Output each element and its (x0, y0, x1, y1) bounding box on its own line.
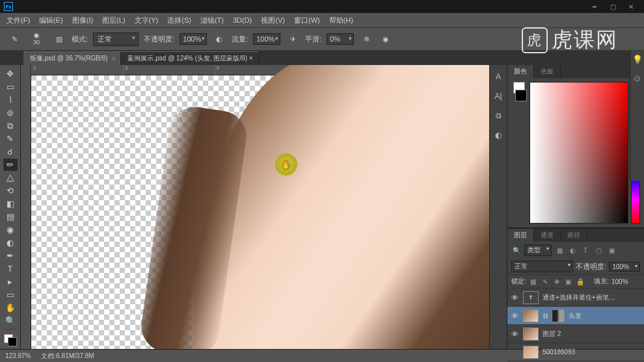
channels-tab[interactable]: 通道 (534, 229, 561, 242)
layer-row[interactable]: 👁 图层 2 (507, 325, 644, 343)
smooth-input[interactable]: 0% (327, 33, 354, 45)
fill-input[interactable]: 100% (611, 278, 640, 285)
swatches-tab[interactable]: 色板 (534, 65, 561, 78)
blend-mode-dropdown[interactable]: 正常 (93, 32, 139, 46)
lasso-tool[interactable]: ⌇ (3, 94, 18, 106)
dock-learn-icon[interactable]: 💡 (632, 55, 643, 64)
marquee-tool[interactable]: ▭ (3, 81, 18, 93)
lock-image-icon[interactable]: ✎ (541, 277, 550, 286)
quick-select-tool[interactable]: ⊚ (3, 107, 18, 119)
eyedropper-tool[interactable]: ✎ (3, 133, 18, 145)
opacity-input[interactable]: 100% (180, 33, 207, 45)
ruler-tick: 3 (123, 65, 215, 75)
menu-window[interactable]: 窗口(W) (290, 14, 324, 27)
brush-preset-picker[interactable]: 30 (26, 29, 47, 49)
menu-type[interactable]: 文字(Y) (131, 14, 163, 27)
lock-position-icon[interactable]: ✥ (552, 277, 561, 286)
ruler-vertical[interactable] (21, 65, 31, 349)
lock-all-icon[interactable]: 🔒 (576, 277, 585, 286)
mask-link-icon[interactable]: ⛓ (543, 313, 548, 319)
visibility-toggle-icon[interactable]: 👁 (510, 312, 519, 320)
dock-character-icon[interactable]: A (492, 70, 505, 83)
menu-3d[interactable]: 3D(D) (229, 14, 256, 26)
path-select-tool[interactable]: ▸ (3, 276, 18, 288)
layer-opacity-input[interactable]: 100% (609, 262, 640, 272)
healing-tool[interactable]: ☌ (3, 146, 18, 158)
paths-tab[interactable]: 路径 (561, 229, 587, 242)
menu-select[interactable]: 选择(S) (163, 14, 195, 27)
search-icon[interactable]: 🔍 (511, 245, 522, 255)
minimize-button[interactable]: ━ (585, 3, 604, 10)
smooth-options-icon[interactable]: ✲ (359, 32, 373, 46)
layer-row[interactable]: 👁 T 通道+选择并遮住+画笔… (507, 289, 644, 307)
layer-row[interactable]: 500186093 (507, 343, 644, 361)
visibility-toggle-icon[interactable]: 👁 (510, 330, 519, 338)
menu-layer[interactable]: 图层(L) (98, 14, 129, 27)
opacity-pressure-icon[interactable]: ◐ (212, 32, 226, 46)
filter-type-icon[interactable]: T (580, 245, 591, 255)
canvas[interactable]: ✋ (31, 75, 489, 349)
size-pressure-icon[interactable]: ◉ (379, 32, 393, 46)
stamp-tool[interactable]: ⧋ (3, 172, 18, 184)
airbrush-icon[interactable]: ✈ (286, 32, 300, 46)
hand-tool[interactable]: ✋ (3, 302, 18, 314)
main-area: ✥ ▭ ⌇ ⊚ ⧉ ✎ ☌ ✏ ⧋ ⟲ ◧ ▤ ◉ ◐ ✒ T ▸ ▭ ✋ 🔍 … (0, 65, 644, 349)
eraser-tool[interactable]: ◧ (3, 198, 18, 210)
layer-row[interactable]: 👁 ⛓ 头发 (507, 307, 644, 325)
filter-adjust-icon[interactable]: ◐ (567, 245, 578, 255)
brush-panel-toggle-icon[interactable]: ▧ (52, 32, 66, 46)
move-tool[interactable]: ✥ (3, 68, 18, 80)
layer-name[interactable]: 通道+选择并遮住+画笔… (543, 293, 641, 302)
shape-tool[interactable]: ▭ (3, 289, 18, 301)
menu-filter[interactable]: 滤镜(T) (196, 14, 228, 27)
maximize-button[interactable]: ▢ (604, 3, 622, 10)
blur-tool[interactable]: ◉ (3, 224, 18, 236)
tool-preset-picker[interactable]: ✎ (8, 32, 21, 45)
layer-mask-thumb[interactable] (552, 309, 565, 322)
color-tab[interactable]: 颜色 (507, 65, 534, 78)
history-brush-tool[interactable]: ⟲ (3, 185, 18, 197)
toolbox-divider (4, 329, 17, 330)
filter-pixel-icon[interactable]: ▦ (554, 245, 565, 255)
doc-tab-2[interactable]: 案例展示.psd @ 124% (头发, 图层蒙版/8) × (121, 51, 258, 65)
brush-cursor: ✋ (275, 153, 297, 175)
layers-tab[interactable]: 图层 (507, 229, 534, 242)
doc-tab-1[interactable]: 抠像.psd @ 36.7%(RGB/8) × (23, 51, 121, 65)
flow-input[interactable]: 100% (253, 33, 280, 45)
layer-name[interactable]: 图层 2 (543, 330, 641, 339)
gradient-tool[interactable]: ▤ (3, 211, 18, 223)
color-swatches[interactable] (4, 334, 17, 346)
lock-transparent-icon[interactable]: ▦ (529, 277, 538, 286)
background-swatch[interactable] (8, 337, 17, 346)
ruler-tick: 1 (31, 65, 123, 75)
menu-view[interactable]: 视图(V) (257, 14, 289, 27)
menu-edit[interactable]: 编辑(E) (35, 14, 67, 27)
dodge-tool[interactable]: ◐ (3, 237, 18, 249)
layer-blend-dropdown[interactable]: 正常 (511, 261, 573, 272)
layer-name[interactable]: 500186093 (543, 348, 641, 356)
filter-shape-icon[interactable]: ▢ (593, 245, 604, 255)
dock-brush-icon[interactable]: ⧉ (492, 109, 505, 122)
zoom-value[interactable]: 123.97% (5, 352, 31, 359)
dock-cc-icon[interactable]: ⊙ (634, 73, 641, 83)
crop-tool[interactable]: ⧉ (3, 120, 18, 132)
doc-info[interactable]: 文档:6.81M/37.8M (41, 352, 94, 361)
close-button[interactable]: ✕ (622, 3, 640, 10)
layer-name[interactable]: 头发 (569, 311, 641, 320)
type-tool[interactable]: T (3, 263, 18, 275)
bg-color-swatch[interactable] (515, 90, 527, 101)
menu-file[interactable]: 文件(F) (3, 14, 34, 27)
brush-tool[interactable]: ✏ (3, 159, 18, 171)
pen-tool[interactable]: ✒ (3, 250, 18, 262)
menu-help[interactable]: 帮助(H) (325, 14, 357, 27)
doc-tab-1-close-icon[interactable]: × (112, 55, 116, 62)
dock-paragraph-icon[interactable]: A| (492, 90, 505, 103)
zoom-tool[interactable]: 🔍 (3, 315, 18, 327)
color-field[interactable] (530, 82, 628, 224)
lock-artboard-icon[interactable]: ▣ (564, 277, 573, 286)
dock-adjustments-icon[interactable]: ◐ (492, 129, 505, 142)
menu-image[interactable]: 图像(I) (68, 14, 97, 27)
visibility-toggle-icon[interactable]: 👁 (510, 294, 519, 302)
filter-smart-icon[interactable]: ▣ (606, 245, 617, 255)
layer-filter-kind[interactable]: 类型 (524, 244, 552, 256)
